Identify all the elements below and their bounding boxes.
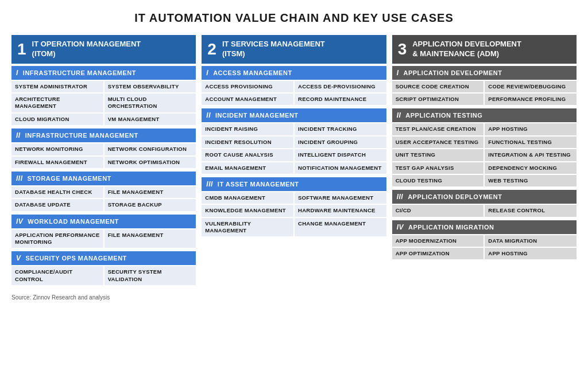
- roman-numeral: I: [16, 69, 18, 77]
- list-item: CMDB MANAGEMENT: [202, 192, 293, 204]
- list-item: CODE REVIEW/DEBUGGING: [485, 81, 577, 92]
- list-item: RELEASE CONTROL: [485, 205, 577, 216]
- section-title: WORKLOAD MANAGEMENT: [28, 218, 119, 225]
- col-num-itom: 1: [17, 41, 26, 57]
- columns-container: 1IT OPERATION MANAGEMENT(ITOM)IINFRASTRU…: [11, 35, 577, 286]
- list-item: INTELLIGENT DISPATCH: [295, 149, 386, 161]
- list-item: CHANGE MANAGEMENT: [295, 218, 386, 237]
- item-grid-itom-3: APPLICATION PERFORMANCE MONITORINGFILE M…: [11, 229, 196, 248]
- section-title: APPLICATION TESTING: [405, 112, 482, 119]
- roman-numeral: I: [206, 69, 208, 77]
- roman-numeral: IV: [397, 223, 404, 231]
- section-header-itsm-0: IACCESS MANAGEMENT: [202, 66, 386, 80]
- list-item: FUNCTIONAL TESTING: [485, 137, 577, 148]
- list-item: SYSTEM ADMINISTRATOR: [11, 81, 103, 92]
- list-item: HARDWARE MAINTENANCE: [295, 205, 386, 216]
- section-title: INCIDENT MANAGEMENT: [215, 112, 299, 119]
- list-item: NETWORK CONFIGURATION: [105, 143, 196, 155]
- roman-numeral: IV: [16, 217, 23, 225]
- list-item: INTEGRATION & API TESTING: [485, 149, 577, 161]
- list-item: EMAIL MANAGEMENT: [202, 162, 293, 174]
- col-header-adm: 3APPLICATION DEVELOPMENT& MAINTENANCE (A…: [392, 35, 577, 64]
- section-header-adm-0: IAPPLICATION DEVELOPMENT: [392, 66, 577, 80]
- list-item: CLOUD TESTING: [392, 175, 484, 186]
- list-item: VM MANAGEMENT: [105, 114, 196, 125]
- list-item: FILE MANAGEMENT: [105, 186, 196, 198]
- roman-numeral: III: [397, 193, 404, 201]
- list-item: TEST GAP ANALYSIS: [392, 162, 484, 174]
- section-title: APPLICATION DEPLOYMENT: [408, 193, 502, 200]
- section-header-itom-4: VSECURITY OPS MANAGEMENT: [11, 251, 196, 265]
- section-header-adm-3: IVAPPLICATION MIGRATION: [392, 220, 577, 234]
- item-grid-itsm-0: ACCESS PROVISIONINGACCESS DE-PROVISIONIN…: [202, 81, 386, 106]
- section-header-itom-0: IINFRASTRUCTURE MANAGEMENT: [11, 66, 196, 80]
- section-header-itom-2: IIISTORAGE MANAGEMENT: [11, 172, 196, 185]
- list-item: CLOUD MIGRATION: [11, 114, 103, 125]
- section-title: STORAGE MANAGEMENT: [28, 175, 111, 182]
- list-item: SCRIPT OPTIMIZATION: [392, 94, 484, 105]
- roman-numeral: II: [397, 111, 401, 119]
- list-item: APP HOSTING: [485, 123, 577, 135]
- section-title: ACCESS MANAGEMENT: [213, 69, 292, 76]
- list-item: INCIDENT TRACKING: [295, 123, 386, 135]
- section-header-itom-1: IIINFRASTRUCTURE MANAGEMENT: [11, 129, 196, 142]
- list-item: VULNERABILITY MANAGEMENT: [202, 218, 293, 237]
- list-item: INCIDENT RAISING: [202, 123, 293, 135]
- list-item: ACCESS PROVISIONING: [202, 81, 293, 92]
- list-item: FIREWALL MANAGEMENT: [11, 157, 103, 168]
- col-num-itsm: 2: [207, 41, 216, 57]
- item-grid-itom-1: NETWORK MONITORINGNETWORK CONFIGURATIONF…: [11, 143, 196, 168]
- list-item: WEB TESTING: [485, 175, 577, 186]
- list-item: SOURCE CODE CREATION: [392, 81, 484, 92]
- section-header-itsm-2: IIIIT ASSET MANAGEMENT: [202, 177, 386, 191]
- list-item: NOTIFICATION MANAGEMENT: [295, 162, 386, 174]
- column-adm: 3APPLICATION DEVELOPMENT& MAINTENANCE (A…: [392, 35, 577, 260]
- item-grid-itsm-1: INCIDENT RAISINGINCIDENT TRACKINGINCIDEN…: [202, 123, 386, 173]
- list-item: APPLICATION PERFORMANCE MONITORING: [11, 229, 103, 248]
- section-header-adm-2: IIIAPPLICATION DEPLOYMENT: [392, 190, 577, 204]
- section-title: APPLICATION DEVELOPMENT: [404, 69, 502, 76]
- col-num-adm: 3: [398, 41, 407, 57]
- section-title: IT ASSET MANAGEMENT: [218, 181, 299, 188]
- list-item: DATABASE HEALTH CHECK: [11, 186, 103, 198]
- list-item: DEPENDENCY MOCKING: [485, 162, 577, 174]
- section-title: INFRASTRUCTURE MANAGEMENT: [23, 69, 136, 76]
- roman-numeral: II: [206, 111, 211, 119]
- list-item: CI/CD: [392, 205, 484, 216]
- list-item: NETWORK OPTIMISATION: [105, 157, 196, 168]
- list-item: SOFTWARE MANAGEMENT: [295, 192, 386, 204]
- col-header-itom: 1IT OPERATION MANAGEMENT(ITOM): [11, 35, 196, 64]
- item-grid-itsm-2: CMDB MANAGEMENTSOFTWARE MANAGEMENTKNOWLE…: [202, 192, 386, 236]
- list-item: APP HOSTING: [485, 248, 577, 259]
- roman-numeral: V: [16, 254, 21, 262]
- col-header-itsm: 2IT SERVICES MANAGEMENT(ITSM): [202, 35, 386, 64]
- list-item: NETWORK MONITORING: [11, 143, 103, 155]
- item-grid-adm-2: CI/CDRELEASE CONTROL: [392, 205, 577, 216]
- list-item: APP MODERNIZATION: [392, 235, 484, 247]
- list-item: FILE MANAGEMENT: [105, 229, 196, 248]
- roman-numeral: III: [16, 174, 23, 182]
- list-item: MULTI CLOUD ORCHESTRATION: [105, 94, 196, 112]
- col-title-adm: APPLICATION DEVELOPMENT& MAINTENANCE (AD…: [412, 40, 521, 59]
- list-item: TEST PLAN/CASE CREATION: [392, 123, 484, 135]
- list-item: ROOT CAUSE ANALYSIS: [202, 149, 293, 161]
- list-item: PERFORMANCE PROFILING: [485, 94, 577, 105]
- section-header-adm-1: IIAPPLICATION TESTING: [392, 108, 577, 122]
- page-title: IT AUTOMATION VALUE CHAIN AND KEY USE CA…: [11, 11, 577, 25]
- list-item: UNIT TESTING: [392, 149, 484, 161]
- list-item: SYSTEM OBSERVABILITY: [105, 81, 196, 92]
- column-itsm: 2IT SERVICES MANAGEMENT(ITSM)IACCESS MAN…: [202, 35, 386, 237]
- list-item: USER ACCEPTANCE TESTING: [392, 137, 484, 148]
- list-item: DATA MIGRATION: [485, 235, 577, 247]
- list-item: INCIDENT RESOLUTION: [202, 137, 293, 148]
- list-item: SECURITY SYSTEM VALIDATION: [105, 266, 196, 285]
- source-text: Source: Zinnov Research and analysis: [11, 294, 577, 301]
- col-title-itsm: IT SERVICES MANAGEMENT(ITSM): [222, 40, 325, 59]
- item-grid-adm-3: APP MODERNIZATIONDATA MIGRATIONAPP OPTIM…: [392, 235, 577, 260]
- item-grid-adm-0: SOURCE CODE CREATIONCODE REVIEW/DEBUGGIN…: [392, 81, 577, 106]
- roman-numeral: I: [397, 69, 399, 77]
- item-grid-itom-0: SYSTEM ADMINISTRATORSYSTEM OBSERVABILITY…: [11, 81, 196, 125]
- section-title: INFRASTRUCTURE MANAGEMENT: [25, 132, 138, 139]
- item-grid-itom-4: COMPLIANCE/AUDIT CONTROLSECURITY SYSTEM …: [11, 266, 196, 285]
- list-item: KNOWLEDGE MANAGEMENT: [202, 205, 293, 216]
